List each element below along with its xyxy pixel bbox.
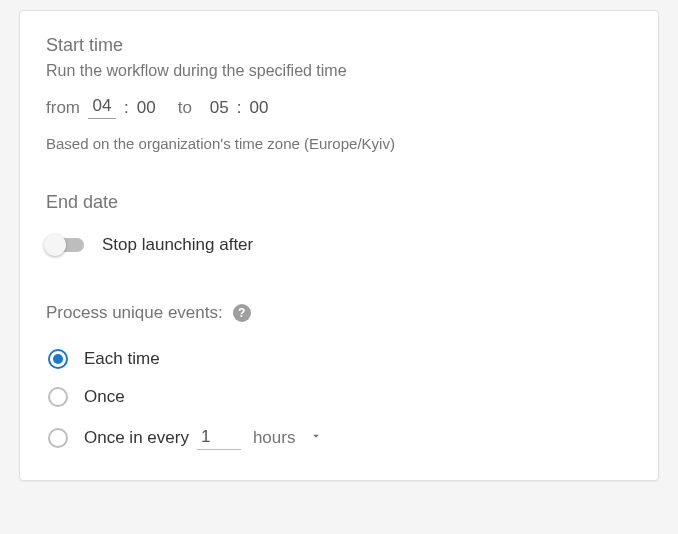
settings-card: Start time Run the workflow during the s… — [19, 10, 659, 481]
stop-launching-label: Stop launching after — [102, 235, 253, 255]
time-colon-2: : — [237, 98, 242, 118]
process-events-section: Process unique events: ? Each time Once … — [46, 303, 632, 450]
timezone-note: Based on the organization's time zone (E… — [46, 135, 632, 152]
interval-value-input[interactable] — [197, 425, 241, 450]
interval-unit-label: hours — [253, 428, 296, 448]
time-colon: : — [124, 98, 129, 118]
to-hour[interactable]: 05 — [210, 98, 229, 118]
stop-launching-toggle[interactable] — [46, 238, 84, 252]
radio-label-each-time: Each time — [84, 349, 160, 369]
process-events-radio-group: Each time Once Once in every hours — [48, 349, 632, 450]
process-events-title-row: Process unique events: ? — [46, 303, 251, 323]
process-events-title: Process unique events: — [46, 303, 223, 323]
end-date-section: End date Stop launching after — [46, 192, 632, 255]
chevron-down-icon — [309, 428, 323, 448]
help-icon[interactable]: ? — [233, 304, 251, 322]
stop-launching-row: Stop launching after — [46, 235, 632, 255]
from-hour-input[interactable] — [88, 96, 116, 119]
radio-label-once-every: Once in every hours — [84, 425, 327, 450]
to-label: to — [178, 98, 192, 118]
radio-once-every[interactable] — [48, 428, 68, 448]
from-label: from — [46, 98, 80, 118]
radio-each-time[interactable] — [48, 349, 68, 369]
radio-label-once: Once — [84, 387, 125, 407]
radio-row-once-every[interactable]: Once in every hours — [48, 425, 632, 450]
start-time-section: Start time Run the workflow during the s… — [46, 35, 632, 152]
toggle-knob — [44, 234, 66, 256]
start-time-title: Start time — [46, 35, 632, 56]
once-every-prefix: Once in every — [84, 428, 189, 448]
radio-row-once[interactable]: Once — [48, 387, 632, 407]
to-min[interactable]: 00 — [250, 98, 269, 118]
from-min[interactable]: 00 — [137, 98, 156, 118]
radio-row-each-time[interactable]: Each time — [48, 349, 632, 369]
interval-unit-select[interactable]: hours — [249, 426, 328, 450]
end-date-title: End date — [46, 192, 632, 213]
radio-once[interactable] — [48, 387, 68, 407]
start-time-desc: Run the workflow during the specified ti… — [46, 62, 632, 80]
time-range-row: from : 00 to 05 : 00 — [46, 96, 632, 119]
